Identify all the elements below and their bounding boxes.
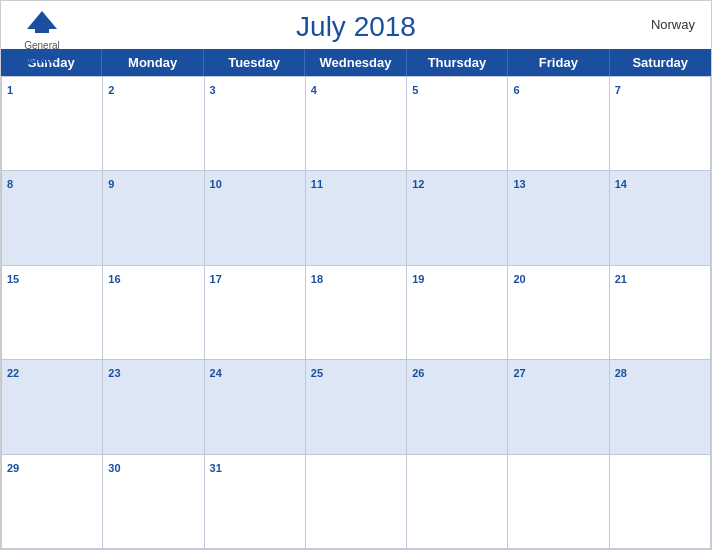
calendar-cell: 24 — [205, 360, 306, 454]
calendar-cell: 21 — [610, 266, 711, 360]
calendar-cell: 19 — [407, 266, 508, 360]
date-number: 8 — [7, 178, 13, 190]
date-number: 21 — [615, 273, 627, 285]
date-number: 23 — [108, 367, 120, 379]
calendar-cell: 17 — [205, 266, 306, 360]
calendar-cell: 20 — [508, 266, 609, 360]
day-header-wednesday: Wednesday — [305, 49, 406, 76]
calendar-cell: 6 — [508, 77, 609, 171]
date-number: 19 — [412, 273, 424, 285]
calendar-grid: 1234567891011121314151617181920212223242… — [1, 76, 711, 549]
date-number: 14 — [615, 178, 627, 190]
calendar-cell: 7 — [610, 77, 711, 171]
calendar-cell — [508, 455, 609, 549]
date-number: 20 — [513, 273, 525, 285]
calendar-cell: 26 — [407, 360, 508, 454]
calendar-cell: 13 — [508, 171, 609, 265]
date-number: 11 — [311, 178, 323, 190]
date-number: 27 — [513, 367, 525, 379]
calendar-cell: 28 — [610, 360, 711, 454]
logo-area: General Blue — [17, 9, 67, 67]
date-number: 9 — [108, 178, 114, 190]
calendar-cell: 18 — [306, 266, 407, 360]
calendar-cell: 4 — [306, 77, 407, 171]
date-number: 30 — [108, 462, 120, 474]
date-number: 24 — [210, 367, 222, 379]
date-number: 3 — [210, 84, 216, 96]
day-header-monday: Monday — [102, 49, 203, 76]
date-number: 4 — [311, 84, 317, 96]
calendar-cell: 23 — [103, 360, 204, 454]
date-number: 29 — [7, 462, 19, 474]
calendar-cell: 9 — [103, 171, 204, 265]
calendar-cell: 31 — [205, 455, 306, 549]
date-number: 28 — [615, 367, 627, 379]
calendar-cell: 8 — [2, 171, 103, 265]
calendar-cell: 16 — [103, 266, 204, 360]
svg-marker-0 — [27, 11, 57, 29]
date-number: 1 — [7, 84, 13, 96]
date-number: 25 — [311, 367, 323, 379]
date-number: 18 — [311, 273, 323, 285]
calendar-cell — [407, 455, 508, 549]
day-header-friday: Friday — [508, 49, 609, 76]
calendar-header: General Blue July 2018 Norway — [1, 1, 711, 49]
date-number: 22 — [7, 367, 19, 379]
date-number: 2 — [108, 84, 114, 96]
calendar-cell: 22 — [2, 360, 103, 454]
calendar-cell: 27 — [508, 360, 609, 454]
calendar-cell: 14 — [610, 171, 711, 265]
calendar-cell — [306, 455, 407, 549]
calendar-cell: 15 — [2, 266, 103, 360]
calendar-cell: 5 — [407, 77, 508, 171]
logo-blue-text: Blue — [28, 51, 56, 67]
date-number: 26 — [412, 367, 424, 379]
generalblue-logo-icon — [17, 9, 67, 41]
day-header-thursday: Thursday — [407, 49, 508, 76]
day-header-tuesday: Tuesday — [204, 49, 305, 76]
calendar-container: General Blue July 2018 Norway SundayMond… — [0, 0, 712, 550]
calendar-cell: 1 — [2, 77, 103, 171]
date-number: 5 — [412, 84, 418, 96]
date-number: 16 — [108, 273, 120, 285]
logo-general-text: General — [24, 41, 60, 51]
country-label: Norway — [651, 17, 695, 32]
calendar-cell — [610, 455, 711, 549]
calendar-cell: 25 — [306, 360, 407, 454]
date-number: 13 — [513, 178, 525, 190]
day-header-saturday: Saturday — [610, 49, 711, 76]
svg-rect-1 — [35, 29, 49, 33]
date-number: 7 — [615, 84, 621, 96]
days-header: SundayMondayTuesdayWednesdayThursdayFrid… — [1, 49, 711, 76]
date-number: 15 — [7, 273, 19, 285]
calendar-cell: 11 — [306, 171, 407, 265]
date-number: 6 — [513, 84, 519, 96]
calendar-cell: 30 — [103, 455, 204, 549]
date-number: 10 — [210, 178, 222, 190]
calendar-cell: 29 — [2, 455, 103, 549]
calendar-cell: 3 — [205, 77, 306, 171]
month-title: July 2018 — [296, 11, 416, 43]
calendar-cell: 10 — [205, 171, 306, 265]
date-number: 17 — [210, 273, 222, 285]
date-number: 31 — [210, 462, 222, 474]
date-number: 12 — [412, 178, 424, 190]
calendar-cell: 12 — [407, 171, 508, 265]
calendar-cell: 2 — [103, 77, 204, 171]
